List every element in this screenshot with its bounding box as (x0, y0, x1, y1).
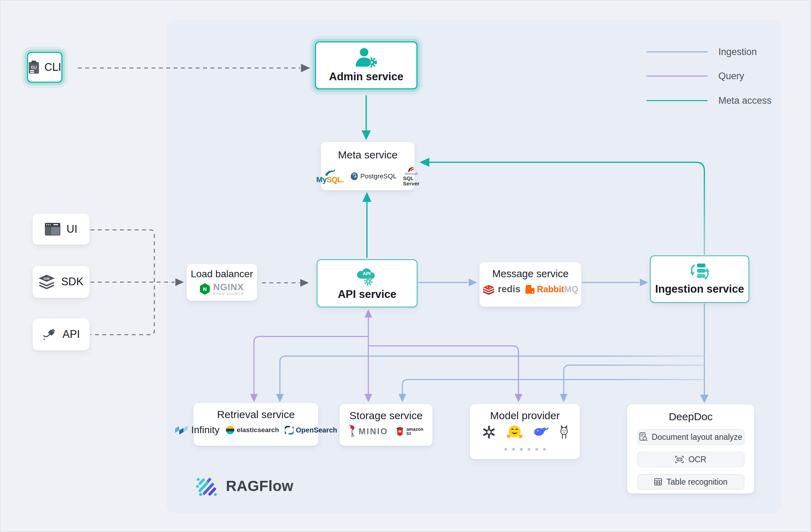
deepdoc-button-label: OCR (688, 455, 706, 464)
model-provider-title: Model provider (490, 410, 559, 421)
ragflow-architecture-diagram: Ingestion Query Meta access CLI CLI (0, 0, 811, 532)
document-layout-icon (639, 432, 648, 442)
nginx-logo: N NGINX OPEN SOURCE (200, 282, 244, 295)
message-service-logos: redis RabbitMQ (482, 284, 578, 295)
redis-logo: redis (482, 284, 521, 295)
rabbit-label: Rabbit (537, 284, 564, 294)
browser-window-icon (45, 223, 60, 236)
deepdoc-document-layout-analyze-button[interactable]: Document layout analyze (637, 429, 744, 445)
rabbitmq-icon (525, 285, 535, 294)
deepdoc-button-label: Document layout analyze (652, 432, 742, 442)
opensearch-logo: OpenSearch (285, 426, 337, 435)
redis-icon (482, 284, 495, 295)
minio-bird-icon (349, 425, 356, 438)
legend-item-ingestion: Ingestion (718, 47, 757, 57)
retrieval-service-title: Retrieval service (217, 409, 295, 420)
model-provider-more-dots (504, 448, 546, 451)
openai-icon (482, 425, 496, 439)
redis-label: redis (498, 284, 521, 295)
sdk-stack-icon: SDK (39, 275, 55, 289)
deepdoc-ocr-button[interactable]: OCR (637, 452, 744, 467)
svg-text:SDK: SDK (43, 277, 50, 280)
nginx-label: NGINX (213, 282, 244, 292)
mysql-text-my: My (316, 175, 327, 184)
amazon-s3-icon (396, 427, 404, 436)
nginx-hexagon-icon: N (200, 283, 210, 295)
legend-item-query: Query (718, 71, 744, 81)
opensearch-icon (285, 426, 294, 435)
mysql-text-dot: . (342, 175, 344, 184)
node-meta-service: Meta service MySQL. PostgreSQL (321, 142, 415, 190)
node-model-provider: Model provider (470, 404, 580, 459)
nginx-open-source-label: OPEN SOURCE (213, 292, 244, 295)
deepdoc-table-recognition-button[interactable]: Table recognition (637, 474, 744, 490)
node-api-service: API API service (317, 259, 417, 307)
ingestion-sync-icon (690, 263, 710, 281)
legend-label-query: Query (718, 71, 744, 82)
node-load-balancer: Load balancer N NGINX OPEN SOURCE (187, 264, 257, 301)
admin-user-gear-icon (354, 48, 378, 68)
meta-service-logos: MySQL. PostgreSQL Microsoft SQL Server (316, 166, 419, 186)
postgresql-label: PostgreSQL (360, 172, 397, 180)
deepseek-whale-icon (533, 427, 549, 438)
postgresql-elephant-icon (350, 172, 358, 180)
api-service-label: API service (338, 288, 396, 300)
ragflow-logo-icon (195, 475, 218, 497)
sqlserver-label: SQL Server (403, 176, 420, 186)
legend-label-meta-access: Meta access (718, 95, 772, 106)
model-provider-logos (482, 425, 569, 439)
storage-service-logos: MINIO amazon S3 (349, 425, 423, 438)
retrieval-service-logos: Infinity elasticsearch Ope (175, 424, 337, 436)
admin-service-label: Admin service (329, 71, 403, 83)
infinity-logo: Infinity (175, 424, 220, 436)
legend-item-meta-access: Meta access (718, 96, 772, 105)
sqlserver-logo: Microsoft SQL Server (403, 166, 420, 186)
node-retrieval-service: Retrieval service Infinity (194, 403, 318, 446)
svg-text:CLI: CLI (31, 66, 37, 69)
opensearch-label: OpenSearch (296, 426, 337, 434)
node-api: API (33, 319, 89, 350)
mysql-dolphin-icon (324, 169, 336, 176)
api-plug-icon (42, 328, 56, 342)
cli-clipboard-icon: CLI (28, 60, 40, 74)
ragflow-brand: RAGFlow (195, 475, 293, 497)
elasticsearch-icon (226, 425, 235, 435)
minio-label: MINIO (358, 427, 388, 436)
svg-text:API: API (362, 271, 370, 276)
deepdoc-button-label: Table recognition (666, 477, 728, 487)
ocr-scan-icon (675, 455, 684, 464)
node-admin-service: Admin service (315, 41, 417, 89)
infinity-icon (175, 426, 189, 435)
rabbitmq-logo: RabbitMQ (525, 284, 578, 294)
huggingface-icon (507, 425, 522, 439)
deepdoc-title: DeepDoc (669, 411, 712, 422)
api-cloud-gear-icon: API (356, 266, 378, 286)
ingestion-service-label: Ingestion service (655, 283, 744, 295)
node-sdk: SDK SDK (33, 266, 89, 298)
sdk-label: SDK (61, 276, 83, 288)
edge-ui-api-merge (91, 230, 154, 335)
rabbit-mq-label: MQ (564, 284, 578, 294)
svg-text:N: N (203, 286, 207, 292)
amazon-s3-logo: amazon S3 (396, 427, 423, 436)
sqlserver-icon (407, 166, 415, 172)
infinity-label: Infinity (191, 424, 220, 436)
node-storage-service: Storage service MINIO amazon (340, 404, 433, 446)
elasticsearch-logo: elasticsearch (226, 425, 279, 435)
llama-icon (559, 425, 569, 439)
node-deepdoc: DeepDoc Document layout analyze OCR (627, 404, 754, 493)
ui-label: UI (67, 223, 78, 235)
elasticsearch-label: elasticsearch (237, 426, 279, 434)
node-ui: UI (33, 214, 89, 245)
table-icon (654, 478, 662, 486)
postgresql-logo: PostgreSQL (350, 172, 397, 180)
load-balancer-title: Load balancer (191, 269, 253, 280)
ragflow-brand-name: RAGFlow (226, 478, 293, 495)
amazon-label: amazon (406, 427, 423, 432)
mysql-logo: MySQL. (316, 169, 344, 184)
node-ingestion-service: Ingestion service (650, 255, 749, 303)
minio-logo: MINIO (349, 425, 388, 438)
node-message-service: Message service redis RabbitMQ (480, 262, 581, 307)
node-cli: CLI CLI (27, 52, 62, 83)
message-service-title: Message service (492, 268, 569, 280)
